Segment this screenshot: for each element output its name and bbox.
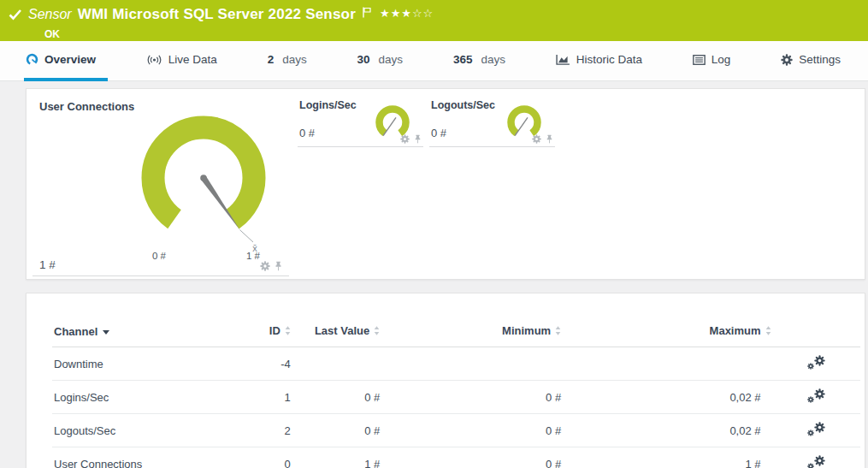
channel-minimum: 0 #	[380, 414, 561, 447]
gauge-scale-min: 0 #	[142, 251, 176, 261]
object-type-label: Sensor	[28, 7, 72, 22]
tab-number: 2	[268, 53, 275, 66]
user-connections-gauge: x̄	[118, 96, 289, 267]
channel-last-value	[291, 347, 380, 381]
page-title: WMI Microsoft SQL Server 2022 Sensor	[78, 6, 356, 23]
stars-filled: ★★★	[380, 7, 412, 20]
status-badge: OK	[44, 28, 868, 40]
column-header-channel[interactable]: Channel	[52, 319, 255, 347]
channel-table: Channel ID Last Value Minimum Maximum Do…	[52, 319, 860, 468]
channels-panel: Channel ID Last Value Minimum Maximum Do…	[26, 293, 865, 468]
sensor-tab-bar: Overview Live Data 2 days 30 days 365 da…	[0, 41, 868, 81]
channel-id: 1	[255, 381, 291, 414]
channel-name: User Connections	[52, 447, 255, 468]
channel-settings-gears-icon[interactable]	[807, 388, 825, 403]
tab-historic-data[interactable]: Historic Data	[554, 41, 654, 81]
tab-2-days[interactable]: 2 days	[266, 41, 319, 81]
column-header-actions	[771, 319, 860, 347]
gauge-icon	[26, 53, 38, 66]
ok-check-icon	[9, 9, 22, 21]
channel-settings-gears-icon[interactable]	[807, 422, 825, 436]
channel-id: 0	[255, 447, 291, 468]
channel-maximum	[561, 347, 771, 381]
channel-last-value: 0 #	[291, 381, 380, 414]
channel-name: Logins/Sec	[52, 381, 255, 414]
sort-icon	[374, 325, 380, 338]
tab-number: 365	[453, 53, 473, 66]
gauges-panel: User Connections x̄ 0 # 1 # 1 # Logins/S…	[26, 88, 865, 280]
tab-live-data[interactable]: Live Data	[145, 41, 229, 81]
tab-label: Log	[712, 53, 731, 66]
table-row: Logouts/Sec 2 0 # 0 # 0,02 #	[52, 414, 860, 447]
tab-30-days[interactable]: 30 days	[356, 41, 416, 81]
gauge-current-value: 0 #	[431, 127, 446, 139]
stars-empty: ☆☆	[412, 7, 434, 20]
gauge-scale-max: 1 #	[236, 251, 270, 261]
sort-icon	[555, 325, 561, 338]
gauge-title: Logins/Sec	[299, 99, 357, 111]
tab-365-days[interactable]: 365 days	[452, 41, 517, 81]
gauge-widget-logouts-sec: Logouts/Sec 0 #	[429, 94, 555, 147]
table-row: Logins/Sec 1 0 # 0 # 0,02 #	[52, 381, 860, 414]
channel-maximum: 1 #	[561, 447, 771, 468]
tab-label: days	[379, 53, 404, 66]
table-row: Downtime -4	[52, 347, 860, 381]
gear-icon[interactable]	[532, 134, 541, 144]
channel-last-value: 0 #	[291, 414, 380, 447]
broadcast-icon	[146, 54, 162, 66]
tab-settings[interactable]: Settings	[779, 41, 853, 81]
channel-minimum: 0 #	[380, 381, 561, 414]
channel-id: -4	[255, 347, 291, 381]
channel-settings-gears-icon[interactable]	[807, 355, 825, 370]
channel-maximum: 0,02 #	[561, 414, 771, 447]
tab-overview[interactable]: Overview	[24, 41, 108, 81]
sort-caret-icon	[103, 324, 109, 337]
channel-name: Logouts/Sec	[52, 414, 255, 447]
tab-label: days	[282, 53, 307, 66]
gauge-widget-user-connections: User Connections x̄ 0 # 1 # 1 #	[32, 94, 289, 276]
column-header-last-value[interactable]: Last Value	[291, 319, 380, 347]
channel-id: 2	[255, 414, 291, 447]
gear-icon[interactable]	[260, 261, 270, 271]
log-list-icon	[693, 55, 706, 65]
tab-label: Overview	[44, 53, 96, 66]
flag-icon[interactable]	[363, 7, 372, 18]
tab-label: Settings	[799, 53, 841, 66]
gauge-widget-logins-sec: Logins/Sec 0 #	[298, 94, 423, 147]
area-chart-icon	[556, 54, 570, 65]
gear-icon[interactable]	[400, 134, 410, 144]
sort-icon	[285, 325, 291, 338]
channel-settings-gears-icon[interactable]	[807, 455, 825, 468]
tab-label: days	[481, 53, 505, 66]
column-header-id[interactable]: ID	[255, 319, 291, 347]
pin-icon[interactable]	[414, 134, 422, 144]
channel-minimum	[380, 347, 561, 381]
gauge-title: Logouts/Sec	[431, 99, 495, 111]
gear-icon	[781, 54, 793, 66]
channel-last-value: 1 #	[291, 447, 380, 468]
gauge-current-value: 1 #	[39, 258, 56, 271]
column-header-minimum[interactable]: Minimum	[380, 319, 561, 347]
column-header-maximum[interactable]: Maximum	[561, 319, 771, 347]
pin-icon[interactable]	[275, 261, 282, 271]
priority-stars[interactable]: ★★★☆☆	[380, 7, 434, 20]
table-header-row: Channel ID Last Value Minimum Maximum	[52, 319, 860, 347]
table-row: User Connections 0 1 # 0 # 1 #	[52, 447, 860, 468]
sensor-header: Sensor WMI Microsoft SQL Server 2022 Sen…	[0, 0, 868, 41]
tab-label: Historic Data	[576, 53, 642, 66]
tab-number: 30	[357, 53, 370, 66]
tab-log[interactable]: Log	[691, 41, 743, 81]
sort-icon	[765, 325, 771, 338]
tab-label: Live Data	[168, 53, 217, 66]
channel-name: Downtime	[52, 347, 255, 381]
pin-icon[interactable]	[546, 134, 553, 144]
channel-maximum: 0,02 #	[561, 381, 771, 414]
channel-minimum: 0 #	[380, 447, 561, 468]
gauge-current-value: 0 #	[299, 127, 315, 139]
